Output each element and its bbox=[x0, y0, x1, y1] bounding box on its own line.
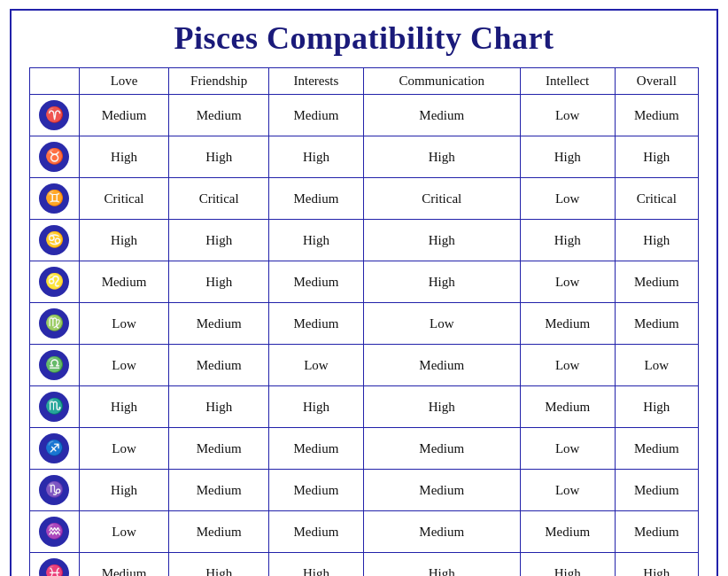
table-row: ♉HighHighHighHighHighHigh bbox=[30, 136, 699, 178]
zodiac-icon: ♎ bbox=[39, 350, 69, 380]
page-wrapper: Pisces Compatibility Chart Love Friendsh… bbox=[10, 9, 718, 576]
cell-intellect: Low bbox=[520, 345, 615, 386]
cell-intellect: Medium bbox=[520, 386, 615, 428]
cell-communication: Medium bbox=[363, 428, 520, 470]
cell-friendship: High bbox=[169, 386, 268, 428]
sign-cell: ♊ bbox=[30, 178, 80, 220]
cell-interests: High bbox=[268, 386, 363, 428]
zodiac-icon: ♐ bbox=[39, 433, 69, 463]
cell-overall: Medium bbox=[615, 261, 698, 303]
cell-friendship: Medium bbox=[169, 511, 268, 553]
cell-love: High bbox=[79, 136, 169, 178]
sign-cell: ♉ bbox=[30, 136, 80, 178]
zodiac-icon: ♍ bbox=[39, 308, 69, 339]
zodiac-icon: ♉ bbox=[39, 142, 69, 172]
cell-interests: Low bbox=[268, 345, 363, 386]
zodiac-icon: ♌ bbox=[39, 267, 69, 297]
table-row: ♋HighHighHighHighHighHigh bbox=[30, 220, 699, 261]
table-row: ♒LowMediumMediumMediumMediumMedium bbox=[30, 511, 699, 553]
cell-communication: High bbox=[363, 553, 520, 577]
cell-communication: Medium bbox=[363, 95, 520, 136]
header-row: Love Friendship Interests Communication … bbox=[30, 68, 699, 95]
zodiac-icon: ♒ bbox=[39, 517, 69, 547]
cell-overall: Medium bbox=[615, 303, 698, 345]
cell-intellect: Low bbox=[520, 470, 615, 511]
cell-overall: Medium bbox=[615, 428, 698, 470]
cell-friendship: Critical bbox=[169, 178, 268, 220]
cell-interests: High bbox=[268, 136, 363, 178]
zodiac-icon: ♈ bbox=[39, 100, 69, 130]
sign-cell: ♒ bbox=[30, 511, 80, 553]
cell-communication: High bbox=[363, 220, 520, 261]
cell-overall: Critical bbox=[615, 178, 698, 220]
col-interests-header: Interests bbox=[268, 68, 363, 95]
cell-friendship: Medium bbox=[169, 428, 268, 470]
table-row: ♐LowMediumMediumMediumLowMedium bbox=[30, 428, 699, 470]
cell-communication: High bbox=[363, 261, 520, 303]
cell-interests: Medium bbox=[268, 303, 363, 345]
col-sign-header bbox=[30, 68, 80, 95]
cell-friendship: High bbox=[169, 136, 268, 178]
sign-cell: ♓ bbox=[30, 553, 80, 577]
chart-title: Pisces Compatibility Chart bbox=[29, 19, 699, 57]
cell-love: High bbox=[79, 470, 169, 511]
table-row: ♓MediumHighHighHighHighHigh bbox=[30, 553, 699, 577]
cell-intellect: Medium bbox=[520, 303, 615, 345]
cell-overall: Medium bbox=[615, 511, 698, 553]
sign-cell: ♈ bbox=[30, 95, 80, 136]
cell-love: Low bbox=[79, 345, 169, 386]
cell-intellect: Medium bbox=[520, 511, 615, 553]
table-row: ♎LowMediumLowMediumLowLow bbox=[30, 345, 699, 386]
zodiac-icon: ♋ bbox=[39, 225, 69, 255]
col-intellect-header: Intellect bbox=[520, 68, 615, 95]
sign-cell: ♏ bbox=[30, 386, 80, 428]
cell-communication: High bbox=[363, 386, 520, 428]
cell-intellect: Low bbox=[520, 261, 615, 303]
cell-intellect: Low bbox=[520, 95, 615, 136]
zodiac-icon: ♓ bbox=[39, 558, 69, 576]
cell-communication: Critical bbox=[363, 178, 520, 220]
table-row: ♈MediumMediumMediumMediumLowMedium bbox=[30, 95, 699, 136]
cell-communication: Medium bbox=[363, 511, 520, 553]
cell-love: Medium bbox=[79, 95, 169, 136]
cell-overall: Low bbox=[615, 345, 698, 386]
cell-friendship: High bbox=[169, 553, 268, 577]
cell-interests: Medium bbox=[268, 470, 363, 511]
cell-intellect: Low bbox=[520, 178, 615, 220]
cell-interests: High bbox=[268, 553, 363, 577]
cell-interests: Medium bbox=[268, 178, 363, 220]
cell-communication: Medium bbox=[363, 345, 520, 386]
cell-intellect: High bbox=[520, 220, 615, 261]
cell-overall: High bbox=[615, 553, 698, 577]
cell-friendship: Medium bbox=[169, 95, 268, 136]
cell-interests: Medium bbox=[268, 428, 363, 470]
zodiac-icon: ♑ bbox=[39, 475, 69, 505]
table-row: ♏HighHighHighHighMediumHigh bbox=[30, 386, 699, 428]
cell-communication: Medium bbox=[363, 470, 520, 511]
cell-interests: Medium bbox=[268, 261, 363, 303]
table-row: ♍LowMediumMediumLowMediumMedium bbox=[30, 303, 699, 345]
cell-friendship: Medium bbox=[169, 303, 268, 345]
col-overall-header: Overall bbox=[615, 68, 698, 95]
sign-cell: ♌ bbox=[30, 261, 80, 303]
cell-overall: High bbox=[615, 386, 698, 428]
table-row: ♊CriticalCriticalMediumCriticalLowCritic… bbox=[30, 178, 699, 220]
cell-intellect: High bbox=[520, 136, 615, 178]
cell-love: Medium bbox=[79, 553, 169, 577]
cell-love: High bbox=[79, 220, 169, 261]
cell-overall: Medium bbox=[615, 95, 698, 136]
cell-communication: Low bbox=[363, 303, 520, 345]
cell-intellect: Low bbox=[520, 428, 615, 470]
col-friendship-header: Friendship bbox=[169, 68, 268, 95]
cell-love: Medium bbox=[79, 261, 169, 303]
sign-cell: ♑ bbox=[30, 470, 80, 511]
zodiac-icon: ♊ bbox=[39, 183, 69, 214]
table-row: ♑HighMediumMediumMediumLowMedium bbox=[30, 470, 699, 511]
cell-overall: Medium bbox=[615, 470, 698, 511]
sign-cell: ♎ bbox=[30, 345, 80, 386]
cell-love: Low bbox=[79, 428, 169, 470]
cell-interests: Medium bbox=[268, 511, 363, 553]
sign-cell: ♐ bbox=[30, 428, 80, 470]
cell-love: Critical bbox=[79, 178, 169, 220]
cell-overall: High bbox=[615, 136, 698, 178]
